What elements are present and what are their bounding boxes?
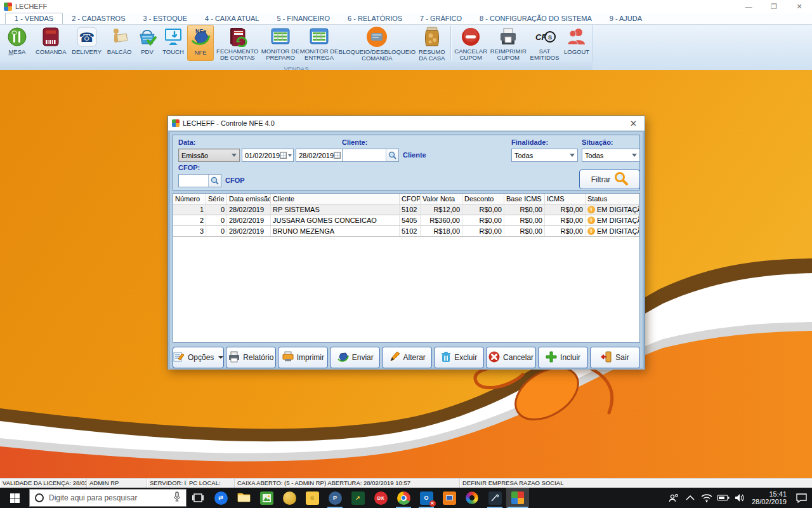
taskbar-app-honeycam[interactable] (278, 488, 301, 508)
printer-icon (497, 26, 519, 47)
incluir-button[interactable]: Incluir (538, 347, 588, 368)
people-icon[interactable] (665, 488, 682, 508)
ribbon-delivery-button[interactable]: ☎ DELIVERY (70, 25, 103, 61)
taskbar-app-card-reader[interactable] (438, 488, 461, 508)
ribbon-mesa-button[interactable]: MESA (2, 25, 32, 61)
speaker-icon[interactable] (731, 488, 748, 508)
excluir-button[interactable]: Excluir (434, 347, 484, 368)
ribbon-monitor-entrega-button[interactable]: MONITOR DE ENTREGA (300, 25, 339, 61)
chevron-down-icon (229, 149, 239, 161)
ribbon-logout-button[interactable]: LOGOUT (561, 25, 592, 61)
alterar-button[interactable]: Alterar (382, 347, 432, 368)
tab-cadastros[interactable]: 2 - CADASTROS (63, 13, 134, 24)
date-to-field[interactable]: 28/02/2019 (296, 149, 348, 162)
cancelar-button[interactable]: Cancelar (486, 347, 536, 368)
tab-grafico[interactable]: 7 - GRÁFICO (411, 13, 471, 24)
table-row[interactable]: 3 0 28/02/2019 BRUNO MEZENGA 5102 R$18,0… (173, 226, 639, 237)
cliente-search-field[interactable] (342, 149, 399, 162)
edit-pencil-icon (389, 351, 400, 364)
taskbar-app-postgresql[interactable]: P (324, 488, 346, 508)
taskbar-app-sticky-notes[interactable]: ☺ (301, 488, 324, 508)
ribbon: MESA COMANDA ☎ DELIVERY (0, 24, 812, 70)
taskbar-app-navicat[interactable] (461, 488, 483, 508)
minimize-button[interactable]: — (736, 0, 761, 13)
relatorio-button[interactable]: Relatório (226, 347, 276, 368)
nfe-table[interactable]: Número Série Data emissão Cliente CFOP V… (173, 193, 640, 343)
taskbar-search[interactable] (29, 489, 187, 507)
server-status: SERVIDOR: localhost (147, 479, 187, 488)
wifi-icon[interactable] (698, 488, 715, 508)
enviar-button[interactable]: Enviar (330, 347, 380, 368)
chevron-down-icon (629, 149, 639, 161)
outlook-icon: O ✕ (420, 491, 433, 505)
tab-caixa-atual[interactable]: 4 - CAIXA ATUAL (196, 13, 268, 24)
tab-estoque[interactable]: 3 - ESTOQUE (134, 13, 196, 24)
start-button[interactable] (0, 488, 29, 508)
date-type-dropdown[interactable]: Emissão (178, 149, 240, 162)
dialog-titlebar[interactable]: LECHEFF - Controle NFE 4.0 ✕ (168, 116, 645, 131)
close-button[interactable]: ✕ (787, 0, 812, 13)
filtrar-button[interactable]: Filtrar (579, 170, 640, 189)
ribbon-fechamento-contas-button[interactable]: FECHAMENTO DE CONTAS (214, 25, 261, 61)
teamviewer-icon: ⇄ (214, 491, 228, 505)
date-from-field[interactable]: 01/02/2019 (242, 149, 294, 162)
clock-time: 15:41 (752, 490, 787, 498)
battery-icon[interactable] (715, 488, 731, 508)
tab-financeiro[interactable]: 5 - FINANCEIRO (268, 13, 339, 24)
dialog-close-icon[interactable]: ✕ (626, 119, 641, 128)
windows-logo-icon (10, 493, 20, 503)
devexpress-icon: DX (374, 491, 388, 505)
ribbon-bloqueio-comanda-button[interactable]: BLOQUEIO/DESBLOQUEIO COMANDA (339, 25, 416, 61)
search-icon[interactable] (386, 149, 398, 161)
honeycam-icon (283, 491, 296, 505)
taskbar-app-file-explorer[interactable] (232, 488, 255, 508)
taskbar-app-devexpress[interactable]: DX (369, 488, 392, 508)
caixa-status: CAIXA ABERTO: (5 - ADMIN RP) ABERTURA: 2… (235, 479, 460, 488)
cancel-x-icon (488, 351, 500, 364)
ribbon-reimprimir-cupom-button[interactable]: REIMPRIMIR CUPOM (489, 25, 528, 61)
search-input[interactable] (49, 493, 168, 502)
ribbon-pdv-button[interactable]: PDV (135, 25, 159, 61)
sair-button[interactable]: Sair (590, 347, 640, 368)
cfop-search-field[interactable] (178, 174, 221, 187)
taskbar-app-chart-tool[interactable]: ↗ (346, 488, 369, 508)
status-bar: VALIDADE DA LICENÇA: 28/03/2019 ADMIN RP… (0, 478, 812, 488)
ribbon-touch-button[interactable]: TOUCH (159, 25, 187, 61)
basket-icon (136, 26, 158, 48)
finalidade-dropdown[interactable]: Todas (511, 149, 578, 162)
search-icon[interactable] (208, 175, 221, 187)
calendar-icon[interactable] (280, 152, 294, 159)
ribbon-balcao-button[interactable]: BALCÃO (103, 25, 135, 61)
opcoes-button[interactable]: Opções (173, 347, 224, 368)
table-row[interactable]: 2 0 28/02/2019 JUSSARA GOMES CONCEICAO 5… (173, 215, 639, 226)
situacao-dropdown[interactable]: Todas (582, 149, 640, 162)
tab-vendas[interactable]: 1 - VENDAS (5, 13, 63, 24)
action-center-icon[interactable] (790, 488, 812, 508)
ribbon-resumo-casa-button[interactable]: RESUMO DA CASA (416, 25, 449, 61)
chevron-up-icon[interactable] (682, 488, 698, 508)
table-row[interactable]: 1 0 28/02/2019 RP SISTEMAS 5102 R$12,00 … (173, 204, 639, 215)
tab-configuracao[interactable]: 8 - CONFIGURAÇÃO DO SISTEMA (471, 13, 601, 24)
taskbar-app-chrome[interactable] (392, 488, 415, 508)
ribbon-monitor-preparo-button[interactable]: MONITOR DE PREPARO (261, 25, 299, 61)
restore-button[interactable]: ❐ (761, 0, 787, 13)
license-status: VALIDADE DA LICENÇA: 28/03/2019 (0, 479, 87, 488)
imprimir-button[interactable]: Imprimir (278, 347, 328, 368)
taskbar-app-lecheff[interactable] (506, 488, 529, 508)
task-view-button[interactable] (187, 488, 209, 508)
tab-ajuda[interactable]: 9 - AJUDA (601, 13, 651, 24)
phone-icon: ☎ (76, 26, 98, 48)
ribbon-cancelar-cupom-button[interactable]: CANCELAR CUPOM (453, 25, 489, 61)
taskbar-app-outlook[interactable]: O ✕ (415, 488, 438, 508)
ribbon-comanda-button[interactable]: COMANDA (32, 25, 70, 61)
tab-relatorios[interactable]: 6 - RELATÓRIOS (339, 13, 411, 24)
data-label: Data: (178, 138, 196, 146)
taskbar-app-rod-tool[interactable] (483, 488, 506, 508)
ribbon-nfe-button[interactable]: NFe NFE (187, 25, 214, 61)
taskbar-clock[interactable]: 15:41 28/02/2019 (748, 490, 790, 505)
options-doc-pencil-icon (173, 351, 185, 364)
ribbon-sat-emitidos-button[interactable]: CFS SAT EMITIDOS (528, 25, 561, 61)
taskbar-app-photos[interactable] (255, 488, 278, 508)
taskbar-app-teamviewer[interactable]: ⇄ (209, 488, 232, 508)
microphone-icon[interactable] (173, 491, 181, 504)
